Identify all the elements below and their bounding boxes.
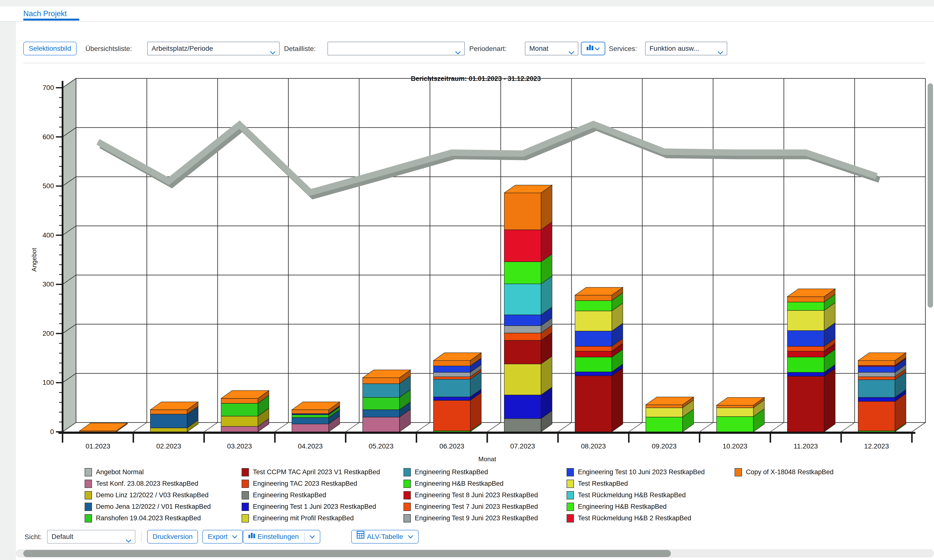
svg-text:0: 0 xyxy=(50,428,54,435)
legend-label: Ranshofen 19.04.2023 RestkapBed xyxy=(96,514,201,522)
horizontal-scrollbar-thumb[interactable] xyxy=(23,550,671,557)
legend-label: Demo Linz 12/2022 / V03 RestkapBed xyxy=(96,491,208,499)
legend-label: Test RestkapBed xyxy=(578,480,628,488)
uebersichtsliste-select[interactable]: Arbeitsplatz/Periode xyxy=(147,42,279,55)
legend-color-swatch xyxy=(567,468,574,477)
svg-text:10.2023: 10.2023 xyxy=(722,442,747,450)
svg-text:08.2023: 08.2023 xyxy=(581,442,606,450)
svg-text:03.2023: 03.2023 xyxy=(227,442,252,450)
svg-text:01.2023: 01.2023 xyxy=(86,442,110,450)
legend-color-swatch xyxy=(242,514,249,523)
services-label: Services: xyxy=(609,42,637,56)
legend-color-swatch xyxy=(567,514,574,523)
sicht-select[interactable]: Default xyxy=(47,530,135,543)
svg-text:06.2023: 06.2023 xyxy=(440,442,464,450)
chart-type-button[interactable] xyxy=(581,42,605,55)
svg-text:09.2023: 09.2023 xyxy=(652,442,676,450)
einstellungen-label: Einstellungen xyxy=(258,533,299,540)
legend-color-swatch xyxy=(85,491,92,500)
svg-text:02.2023: 02.2023 xyxy=(156,442,181,450)
svg-text:11.2023: 11.2023 xyxy=(794,442,818,450)
services-select[interactable]: Funktion ausw... xyxy=(645,42,727,55)
legend-label: Engineering RestkapBed xyxy=(415,468,488,476)
chevron-down-icon xyxy=(232,530,238,543)
tab-nach-projekt[interactable]: Nach Projekt xyxy=(23,9,67,18)
legend-color-swatch xyxy=(85,503,92,511)
chevron-down-icon xyxy=(408,530,413,543)
svg-text:500: 500 xyxy=(42,182,54,190)
legend-label: Engineering Test 9 Juni 2023 RestkapBed xyxy=(415,514,538,522)
uebersichtsliste-value: Arbeitsplatz/Periode xyxy=(151,45,213,52)
periodenart-value: Monat xyxy=(529,45,548,52)
vertical-scrollbar-thumb[interactable] xyxy=(928,83,933,308)
table-grid-icon xyxy=(357,530,364,543)
alv-label: ALV-Tabelle xyxy=(367,533,403,540)
svg-text:100: 100 xyxy=(42,378,54,386)
legend-color-swatch xyxy=(242,503,249,511)
legend-label: Engineering RestkapBed xyxy=(253,491,326,499)
alv-tabelle-button[interactable]: ALV-Tabelle xyxy=(351,530,419,543)
legend-label: Engineering H&B RestkapBed xyxy=(578,503,667,511)
legend-color-swatch xyxy=(85,480,92,488)
legend-color-swatch xyxy=(403,503,411,511)
export-button[interactable]: Export xyxy=(202,530,243,543)
legend-label: Demo Jena 12/2022 / V01 RestkapBed xyxy=(96,503,211,511)
legend-label: Engineering Test 8 Juni 2023 RestkapBed xyxy=(415,491,538,499)
tab-active-underline xyxy=(23,18,79,21)
chevron-down-icon xyxy=(568,46,574,55)
chevron-down-icon xyxy=(455,46,461,55)
legend-label: Engineering H&B RestkapBed xyxy=(415,480,503,488)
periodenart-label: Periodenart: xyxy=(469,42,507,56)
legend-color-swatch xyxy=(85,514,92,523)
tab-bar xyxy=(0,6,934,22)
svg-text:07.2023: 07.2023 xyxy=(510,442,535,450)
legend-label: Engineering Test 7 Juni 2023 RestkapBed xyxy=(415,503,538,511)
bar-chart-icon xyxy=(248,530,256,543)
einstellungen-button[interactable]: Einstellungen xyxy=(243,530,320,543)
legend-label: Engineering mit Profil RestkapBed xyxy=(253,514,354,522)
page-top-strip xyxy=(0,0,934,6)
legend-color-swatch xyxy=(735,468,742,477)
legend-color-swatch xyxy=(403,514,411,523)
legend-color-swatch xyxy=(242,480,249,488)
chevron-down-icon xyxy=(126,534,131,543)
legend-color-swatch xyxy=(403,480,411,488)
bar-chart-icon xyxy=(586,42,594,55)
periodenart-select[interactable]: Monat xyxy=(525,42,578,55)
legend-label: Test CCPM TAC April 2023 V1 RestkapBed xyxy=(253,468,380,476)
svg-text:200: 200 xyxy=(42,330,54,337)
druckversion-button[interactable]: Druckversion xyxy=(147,530,198,543)
legend-color-swatch xyxy=(567,491,574,500)
svg-text:700: 700 xyxy=(42,84,54,91)
application-window: Nach Projekt Selektionsbild Übersichtsli… xyxy=(0,0,934,560)
chevron-down-icon xyxy=(594,42,600,55)
legend-label: Engineering Test 1 Juni 2023 RestkapBed xyxy=(253,503,376,511)
selektionsbild-button[interactable]: Selektionsbild xyxy=(23,42,77,55)
svg-text:12.2023: 12.2023 xyxy=(864,442,889,450)
svg-text:600: 600 xyxy=(42,133,54,141)
legend-label: Test Rückmeldung H&B RestkapBed xyxy=(578,491,686,499)
legend-label: Engineering TAC 2023 RestkapBed xyxy=(253,480,357,488)
uebersichtsliste-label: Übersichtsliste: xyxy=(85,42,132,56)
legend-color-swatch xyxy=(85,468,92,477)
button-split-divider xyxy=(304,532,305,542)
chevron-down-icon xyxy=(310,530,315,543)
legend-color-swatch xyxy=(242,468,249,477)
legend-label: Copy of X-18048 RestkapBed xyxy=(746,468,834,476)
chevron-down-icon xyxy=(718,46,723,55)
legend-label: Angebot Normal xyxy=(96,468,144,476)
export-label: Export xyxy=(208,533,228,540)
detailliste-select[interactable] xyxy=(327,42,465,55)
chevron-down-icon xyxy=(270,46,276,55)
legend-color-swatch xyxy=(403,491,411,500)
toolbar-separator xyxy=(23,63,925,63)
svg-text:Monat: Monat xyxy=(478,455,496,463)
svg-text:400: 400 xyxy=(42,231,54,239)
legend-color-swatch xyxy=(567,503,574,511)
chart-canvas: Berichtszeitraum: 01.01.2023 - 31.12.202… xyxy=(16,64,934,466)
services-value: Funktion ausw... xyxy=(650,45,699,52)
legend-color-swatch xyxy=(403,468,411,477)
sicht-value: Default xyxy=(51,533,73,540)
svg-text:04.2023: 04.2023 xyxy=(298,442,323,450)
legend-label: Engineering Test 10 Juni 2023 RestkapBed xyxy=(578,468,705,476)
